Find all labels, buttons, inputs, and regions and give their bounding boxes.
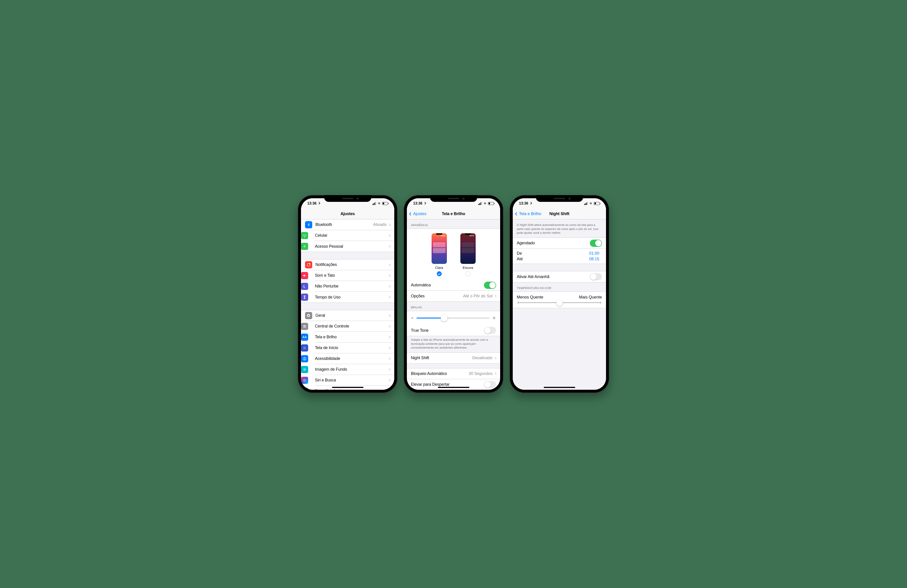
row-nightshift[interactable]: Night Shift Desativado bbox=[407, 352, 500, 364]
back-label: Tela e Brilho bbox=[519, 211, 541, 216]
section-header-brightness: BRILHO bbox=[407, 302, 500, 311]
back-button[interactable]: Tela e Brilho bbox=[516, 211, 541, 216]
toggle-truetone[interactable] bbox=[484, 327, 496, 334]
flower-icon bbox=[301, 366, 308, 373]
svg-point-1 bbox=[309, 263, 311, 264]
row-schedule-times[interactable]: De Até 01:00 08:15 bbox=[513, 248, 606, 264]
row-label: Face ID e Código bbox=[315, 389, 388, 390]
to-time: 08:15 bbox=[589, 257, 599, 261]
cellular-signal-icon bbox=[584, 202, 588, 205]
settings-row-display[interactable]: AA Tela e Brilho bbox=[315, 332, 394, 343]
svg-point-6 bbox=[303, 347, 304, 347]
wifi-icon bbox=[377, 202, 381, 205]
text-size-icon: AA bbox=[301, 333, 308, 341]
row-label: Som e Tato bbox=[315, 273, 388, 278]
phone-display-brightness: 13:36 Ajustes Tela e Brilho APARÊNCIA 09… bbox=[404, 195, 503, 393]
row-label: Central de Controle bbox=[315, 324, 388, 328]
svg-point-19 bbox=[304, 380, 305, 381]
truetone-footer: Adapte a tela do iPhone automaticamente … bbox=[407, 336, 500, 352]
row-options[interactable]: Opções Até o Pôr do Sol bbox=[407, 291, 500, 301]
settings-row-accessibility[interactable]: Acessibilidade bbox=[315, 353, 394, 364]
status-time: 13:36 bbox=[413, 201, 422, 205]
toggle-manual[interactable] bbox=[590, 273, 602, 280]
chevron-right-icon bbox=[388, 314, 391, 317]
toggle-raise-wake[interactable] bbox=[484, 381, 496, 388]
brightness-slider[interactable] bbox=[417, 315, 489, 321]
section-header-temperature: TEMPERATURA DA COR bbox=[513, 282, 606, 292]
settings-row-wallpaper[interactable]: Imagem de Fundo bbox=[315, 364, 394, 375]
phone-night-shift: 13:36 Tela e Brilho Night Shift O Night … bbox=[510, 195, 609, 393]
light-preview: 09:4109:41 bbox=[431, 233, 447, 264]
svg-point-8 bbox=[305, 347, 306, 347]
row-label: Não Perturbe bbox=[315, 284, 388, 288]
svg-point-9 bbox=[303, 348, 304, 348]
row-label: Acessibilidade bbox=[315, 356, 388, 361]
svg-point-11 bbox=[305, 348, 306, 348]
temperature-labels: Menos Quente Mais Quente bbox=[513, 292, 606, 301]
chevron-right-icon bbox=[388, 263, 391, 266]
chevron-right-icon bbox=[388, 285, 391, 287]
back-button[interactable]: Ajustes bbox=[410, 211, 426, 216]
cellular-signal-icon bbox=[478, 202, 482, 205]
row-label: Tempo de Uso bbox=[315, 295, 388, 300]
settings-row-notifications[interactable]: Notificações bbox=[301, 260, 394, 270]
svg-point-10 bbox=[304, 348, 305, 348]
wifi-icon bbox=[589, 202, 593, 205]
row-label: Siri e Busca bbox=[315, 378, 388, 383]
settings-row-bluetooth[interactable]: Bluetooth Ativado bbox=[301, 219, 394, 230]
appearance-option-light[interactable]: 09:4109:41 Clara bbox=[431, 233, 447, 276]
settings-row-general[interactable]: Geral bbox=[301, 310, 394, 321]
row-label: Geral bbox=[316, 313, 388, 318]
row-label: Imagem de Fundo bbox=[315, 367, 388, 372]
settings-row-hotspot[interactable]: Acesso Pessoal bbox=[315, 241, 394, 252]
row-label: Agendado bbox=[517, 241, 590, 245]
nav-header: Ajustes Tela e Brilho bbox=[407, 208, 500, 219]
chevron-left-icon bbox=[515, 212, 519, 216]
toggle-scheduled[interactable] bbox=[590, 240, 602, 247]
location-icon bbox=[529, 202, 532, 204]
appearance-option-dark[interactable]: 09:41 Escura bbox=[460, 233, 476, 276]
page-title: Ajustes bbox=[341, 211, 355, 216]
brightness-high-icon: ☀︎ bbox=[492, 316, 496, 321]
home-indicator[interactable] bbox=[438, 387, 470, 388]
notifications-icon bbox=[305, 261, 312, 268]
siri-icon bbox=[301, 377, 308, 384]
settings-row-controlcenter[interactable]: Central de Controle bbox=[315, 321, 394, 332]
settings-row-cellular[interactable]: Celular bbox=[315, 230, 394, 241]
back-label: Ajustes bbox=[413, 211, 426, 216]
chevron-right-icon bbox=[388, 336, 391, 338]
row-label: Ativar Até Amanhã bbox=[517, 274, 590, 279]
phone-settings: 13:36 Ajustes Bluetooth Ativado bbox=[298, 195, 397, 393]
settings-row-homescreen[interactable]: Tela de Início bbox=[315, 343, 394, 353]
battery-icon bbox=[488, 202, 494, 205]
row-label: Elevar para Despertar bbox=[411, 382, 484, 387]
chevron-right-icon bbox=[388, 296, 391, 298]
faceid-icon bbox=[301, 388, 308, 390]
settings-row-screentime[interactable]: Tempo de Uso bbox=[315, 292, 394, 303]
chevron-right-icon bbox=[388, 368, 391, 371]
wifi-icon bbox=[483, 202, 487, 205]
row-label: True Tone bbox=[411, 328, 484, 333]
home-indicator[interactable] bbox=[544, 387, 575, 388]
battery-icon bbox=[594, 202, 600, 205]
row-raise-wake: Elevar para Despertar bbox=[407, 379, 500, 390]
dark-preview: 09:41 bbox=[460, 233, 476, 264]
home-indicator[interactable] bbox=[332, 387, 364, 388]
temperature-slider[interactable] bbox=[518, 302, 601, 303]
settings-row-dnd[interactable]: Não Perturbe bbox=[315, 281, 394, 292]
settings-row-siri[interactable]: Siri e Busca bbox=[315, 375, 394, 386]
chevron-right-icon bbox=[494, 295, 496, 297]
settings-row-sound[interactable]: Som e Tato bbox=[315, 270, 394, 281]
chevron-right-icon bbox=[388, 325, 391, 327]
row-automatic: Automática bbox=[407, 280, 500, 291]
toggle-automatic[interactable] bbox=[484, 282, 496, 289]
row-label: Automática bbox=[411, 283, 484, 287]
row-label: Acesso Pessoal bbox=[315, 244, 388, 249]
location-icon bbox=[423, 202, 426, 204]
chevron-right-icon bbox=[494, 357, 496, 359]
moon-icon bbox=[301, 283, 308, 290]
row-label: Tela de Início bbox=[315, 346, 388, 350]
row-detail: Até o Pôr do Sol bbox=[463, 294, 492, 298]
brightness-slider-row: ☀︎ ☀︎ bbox=[407, 311, 500, 325]
row-autolock[interactable]: Bloqueio Automático 30 Segundos bbox=[407, 369, 500, 379]
